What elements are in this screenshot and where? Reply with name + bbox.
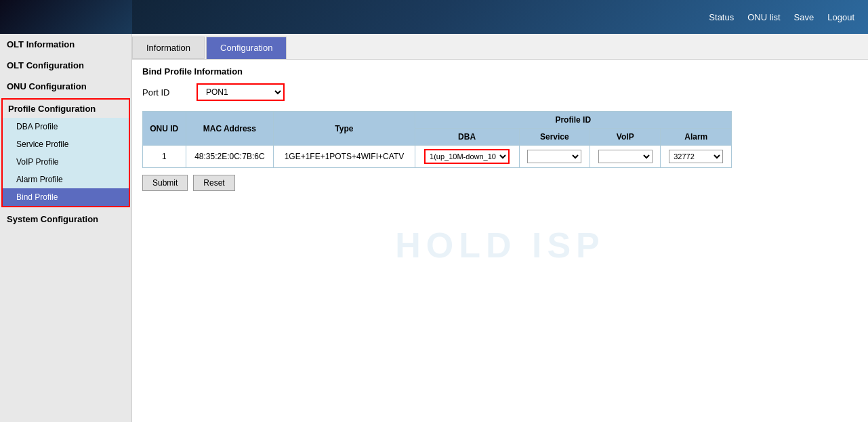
logo	[0, 0, 132, 34]
tab-configuration[interactable]: Configuration	[206, 37, 287, 59]
voip-select[interactable]	[598, 150, 653, 163]
sidebar-item-olt-information[interactable]: OLT Information	[0, 34, 131, 55]
cell-type: 1GE+1FE+1POTS+4WIFI+CATV	[274, 146, 415, 168]
dba-select[interactable]: 1(up_10M-down_10	[424, 149, 510, 164]
col-dba: DBA	[415, 129, 519, 146]
section-title: Bind Profile Information	[142, 66, 858, 77]
sidebar-item-bind-profile[interactable]: Bind Profile	[3, 188, 129, 206]
sidebar: OLT Information OLT Configuration ONU Co…	[0, 34, 132, 422]
cell-mac: 48:35:2E:0C:7B:6C	[186, 146, 274, 168]
layout: OLT Information OLT Configuration ONU Co…	[0, 34, 868, 422]
cell-dba[interactable]: 1(up_10M-down_10	[415, 146, 519, 168]
sidebar-item-profile-configuration[interactable]: Profile Configuration	[3, 100, 129, 118]
col-onu-id: ONU ID	[143, 112, 186, 146]
sidebar-item-voip-profile[interactable]: VoIP Profile	[3, 153, 129, 171]
tab-information[interactable]: Information	[132, 37, 205, 59]
col-alarm: Alarm	[661, 129, 732, 146]
sidebar-item-onu-configuration[interactable]: ONU Configuration	[0, 76, 131, 97]
topbar: Status ONU list Save Logout	[0, 0, 868, 34]
status-link[interactable]: Status	[709, 12, 734, 22]
main-content: Information Configuration Bind Profile I…	[132, 34, 868, 422]
cell-onu-id: 1	[143, 146, 186, 168]
service-select[interactable]	[527, 150, 581, 163]
sidebar-item-dba-profile[interactable]: DBA Profile	[3, 118, 129, 135]
cell-service[interactable]	[519, 146, 590, 168]
sidebar-item-alarm-profile[interactable]: Alarm Profile	[3, 171, 129, 188]
profile-config-box: Profile Configuration DBA Profile Servic…	[1, 98, 130, 207]
sidebar-item-service-profile[interactable]: Service Profile	[3, 135, 129, 153]
col-mac: MAC Address	[186, 112, 274, 146]
tabs: Information Configuration	[132, 34, 868, 60]
profile-table: ONU ID MAC Address Type Profile ID DBA S…	[142, 111, 732, 168]
cell-voip[interactable]	[590, 146, 661, 168]
col-type: Type	[274, 112, 415, 146]
col-voip: VoIP	[590, 129, 661, 146]
reset-button[interactable]: Reset	[193, 175, 234, 191]
port-id-select[interactable]: PON1 PON2 PON3 PON4	[197, 83, 285, 101]
watermark-container: HOLD ISP	[132, 225, 868, 266]
port-id-row: Port ID PON1 PON2 PON3 PON4	[142, 83, 858, 101]
content-area: Bind Profile Information Port ID PON1 PO…	[132, 60, 868, 198]
onu-list-link[interactable]: ONU list	[747, 12, 780, 22]
col-profile-id: Profile ID	[415, 112, 731, 129]
col-service: Service	[519, 129, 590, 146]
save-link[interactable]: Save	[794, 12, 814, 22]
topbar-nav: Status ONU list Save Logout	[709, 12, 854, 22]
submit-button[interactable]: Submit	[142, 175, 188, 191]
watermark: HOLD ISP	[132, 225, 868, 266]
sidebar-item-olt-configuration[interactable]: OLT Configuration	[0, 55, 131, 76]
alarm-select[interactable]: 32772	[669, 150, 723, 163]
btn-row: Submit Reset	[142, 175, 858, 191]
sidebar-item-system-configuration[interactable]: System Configuration	[0, 209, 131, 230]
port-id-label: Port ID	[142, 87, 183, 98]
table-row: 1 48:35:2E:0C:7B:6C 1GE+1FE+1POTS+4WIFI+…	[143, 146, 732, 168]
cell-alarm[interactable]: 32772	[661, 146, 732, 168]
logout-link[interactable]: Logout	[827, 12, 854, 22]
